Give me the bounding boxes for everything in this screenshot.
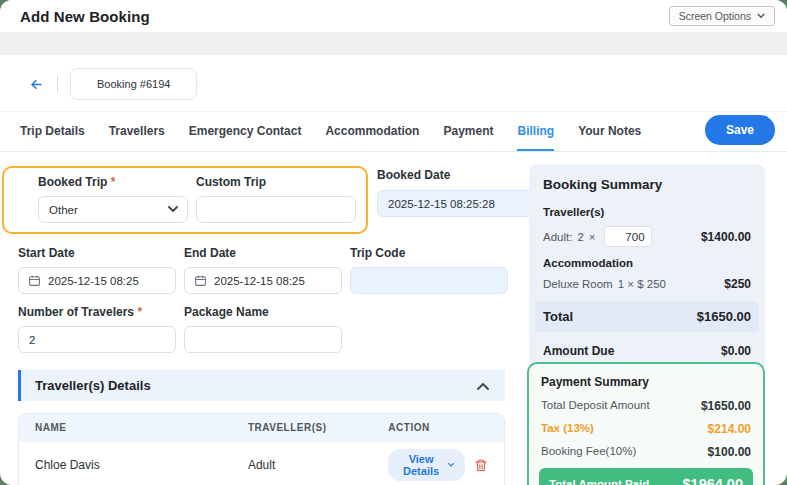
billing-form: Booked Trip * Other Custom Trip — [18, 166, 505, 485]
booking-summary-panel: Booking Summary Traveller(s) Adult: 2 × … — [529, 164, 765, 372]
custom-trip-field: Custom Trip — [196, 175, 356, 223]
total-value: $1650.00 — [697, 309, 751, 324]
billing-tab-content: Booked Trip * Other Custom Trip — [0, 152, 787, 485]
column-action: ACTION — [388, 422, 488, 433]
booking-number: Booking #6194 — [97, 78, 170, 90]
booking-total-row: Total $1650.00 — [535, 301, 759, 332]
start-date-field: Start Date — [18, 246, 176, 294]
screen-options-button[interactable]: Screen Options — [669, 6, 775, 26]
form-row-3: Number of Travelers * Package Name — [18, 305, 505, 353]
tax-label: Tax (13%) — [541, 422, 594, 436]
amount-due-row: Amount Due $0.00 — [543, 344, 751, 358]
deposit-label: Total Deposit Amount — [541, 399, 650, 413]
amount-due-label: Amount Due — [543, 344, 614, 358]
table-row: Chloe Davis Adult View Details — [19, 441, 504, 485]
divider — [57, 76, 58, 92]
calendar-icon — [194, 274, 207, 287]
form-row-1: Booked Trip * Other Custom Trip — [18, 166, 505, 234]
row-actions: View Details — [388, 449, 488, 481]
tab-your-notes[interactable]: Your Notes — [578, 112, 641, 151]
tabs: Trip Details Travellers Emergency Contac… — [20, 112, 641, 151]
start-date-label: Start Date — [18, 246, 176, 260]
accommodation-qty: Deluxe Room 1 × $ 250 — [543, 278, 666, 290]
booked-trip-select[interactable]: Other — [38, 196, 188, 223]
adult-line: Adult: 2 × $1400.00 — [543, 226, 751, 247]
background-band — [0, 32, 787, 55]
arrow-left-icon — [28, 77, 45, 92]
package-name-field: Package Name — [184, 305, 342, 353]
booking-toolbar: Booking #6194 — [0, 55, 787, 112]
trip-code-label: Trip Code — [350, 246, 508, 260]
tab-accommodation[interactable]: Accommodation — [325, 112, 419, 151]
chevron-up-icon[interactable] — [477, 382, 489, 390]
start-date-input[interactable] — [18, 267, 176, 294]
booked-trip-value: Other — [49, 204, 78, 216]
view-details-button[interactable]: View Details — [388, 449, 465, 481]
tab-trip-details[interactable]: Trip Details — [20, 112, 85, 151]
screen-options-label: Screen Options — [679, 10, 751, 22]
booking-fee-row: Booking Fee(10%) $100.00 — [541, 445, 751, 459]
custom-trip-input[interactable] — [196, 196, 356, 223]
num-travelers-label: Number of Travelers * — [18, 305, 176, 319]
accommodation-line: Deluxe Room 1 × $ 250 $250 — [543, 277, 751, 291]
package-name-label: Package Name — [184, 305, 342, 319]
end-date-label: End Date — [184, 246, 342, 260]
traveller-type: Adult — [248, 458, 388, 472]
num-travelers-field: Number of Travelers * — [18, 305, 176, 353]
tab-billing[interactable]: Billing — [517, 112, 554, 151]
adult-price-input[interactable] — [604, 226, 652, 247]
travellers-details-title: Traveller(s) Details — [35, 378, 151, 393]
end-date-value[interactable] — [214, 275, 332, 287]
calendar-icon — [28, 274, 41, 287]
num-travelers-input[interactable] — [18, 326, 176, 353]
deposit-row: Total Deposit Amount $1650.00 — [541, 399, 751, 413]
required-marker: * — [111, 175, 116, 189]
booked-trip-label: Booked Trip * — [38, 175, 188, 189]
chevron-down-icon — [168, 206, 178, 213]
tax-row: Tax (13%) $214.00 — [541, 422, 751, 436]
page-title: Add New Booking — [20, 8, 150, 25]
form-row-2: Start Date End Date — [18, 246, 505, 294]
booked-date-field: Booked Date — [377, 166, 535, 217]
tab-payment[interactable]: Payment — [443, 112, 493, 151]
total-amount-paid-row: Total Amount Paid $1964.00 — [539, 468, 753, 485]
adult-total: $1400.00 — [701, 230, 751, 244]
total-paid-label: Total Amount Paid — [549, 478, 649, 485]
trip-code-input — [350, 267, 508, 294]
column-traveller: TRAVELLER(S) — [248, 422, 388, 433]
back-button[interactable] — [28, 77, 45, 92]
payment-summary-panel: Payment Summary Total Deposit Amount $16… — [527, 362, 765, 485]
custom-trip-label: Custom Trip — [196, 175, 356, 189]
booking-fee-value: $100.00 — [708, 445, 751, 459]
delete-traveller-icon[interactable] — [474, 458, 488, 473]
end-date-input[interactable] — [184, 267, 342, 294]
booking-fee-label: Booking Fee(10%) — [541, 445, 636, 459]
chevron-down-icon — [757, 13, 765, 19]
column-name: NAME — [35, 422, 248, 433]
tax-value: $214.00 — [708, 422, 751, 436]
booked-date-label: Booked Date — [377, 168, 535, 182]
travellers-details-header[interactable]: Traveller(s) Details — [18, 370, 505, 401]
amount-due-value: $0.00 — [721, 344, 751, 358]
page-header: Add New Booking Screen Options — [0, 0, 787, 32]
save-button[interactable]: Save — [705, 115, 775, 145]
deposit-value: $1650.00 — [701, 399, 751, 413]
booked-trip-field: Booked Trip * Other — [38, 175, 188, 223]
tab-travellers[interactable]: Travellers — [109, 112, 165, 151]
adult-qty: Adult: 2 × — [543, 226, 652, 247]
start-date-value[interactable] — [48, 275, 166, 287]
travellers-table: NAME TRAVELLER(S) ACTION Chloe Davis Adu… — [18, 413, 505, 485]
end-date-field: End Date — [184, 246, 342, 294]
add-new-booking-page: Add New Booking Screen Options Booking #… — [0, 0, 787, 485]
accommodation-heading: Accommodation — [543, 257, 751, 269]
booked-date-input — [377, 190, 535, 217]
tab-emergency-contact[interactable]: Emergency Contact — [189, 112, 302, 151]
total-label: Total — [543, 309, 573, 324]
travellers-table-header: NAME TRAVELLER(S) ACTION — [19, 414, 504, 441]
traveller-name: Chloe Davis — [35, 458, 248, 472]
required-marker: * — [137, 305, 142, 319]
tabs-bar: Trip Details Travellers Emergency Contac… — [0, 112, 787, 152]
package-name-input[interactable] — [184, 326, 342, 353]
booking-summary-title: Booking Summary — [543, 177, 751, 192]
booking-number-field[interactable]: Booking #6194 — [70, 68, 197, 100]
